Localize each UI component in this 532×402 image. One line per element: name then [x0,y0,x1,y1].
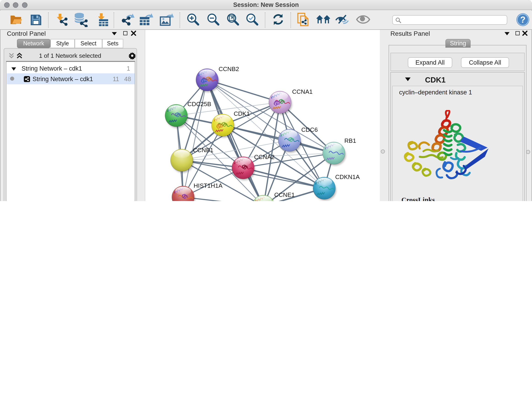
svg-text:CCNB2: CCNB2 [219,65,239,72]
svg-text:CCNA2: CCNA2 [254,153,274,160]
svg-text:?: ? [520,15,525,25]
svg-text:CDC25B: CDC25B [187,101,211,108]
svg-text:CCNE1: CCNE1 [274,191,295,198]
svg-text:CDK1: CDK1 [234,110,250,117]
svg-text:CCNB1: CCNB1 [193,147,213,153]
svg-text:CDC6: CDC6 [301,126,318,133]
svg-text:CDKN1A: CDKN1A [335,173,360,180]
svg-text:RB1: RB1 [344,137,356,144]
svg-text:CCNA1: CCNA1 [292,88,312,95]
svg-text:HIST1H1A: HIST1H1A [194,182,223,189]
